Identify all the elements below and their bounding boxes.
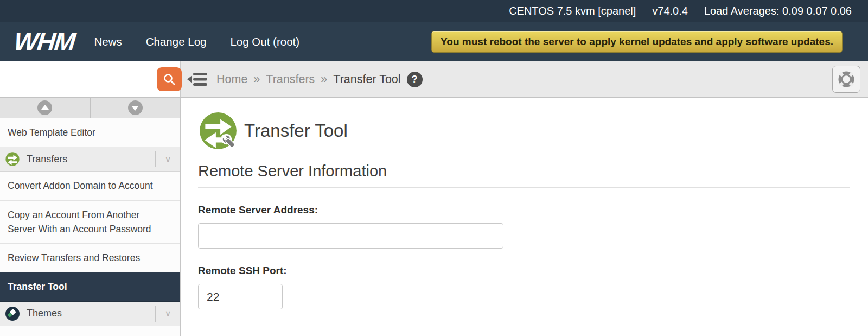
sidebar: Web Template Editor Transfers ∨ Convert … <box>0 98 181 336</box>
support-button[interactable] <box>832 66 860 93</box>
search-button[interactable] <box>157 67 182 91</box>
transfers-icon <box>5 152 20 166</box>
remote-server-address-input[interactable] <box>198 223 503 249</box>
whm-app: CENTOS 7.5 kvm [cpanel] v74.0.4 Load Ave… <box>0 0 868 336</box>
themes-icon <box>5 307 20 321</box>
remote-ssh-port-input[interactable] <box>198 284 283 309</box>
remote-ssh-port-label: Remote SSH Port: <box>198 265 850 277</box>
breadcrumb-separator: » <box>321 73 327 86</box>
breadcrumb: Home » Transfers » Transfer Tool <box>216 73 401 86</box>
sidebar-scroll-up-button[interactable] <box>0 98 91 118</box>
sidebar-item-convert-addon-domain[interactable]: Convert Addon Domain to Account <box>0 172 180 200</box>
search-icon <box>162 72 176 86</box>
main-content: Transfer Tool Remote Server Information … <box>181 98 868 336</box>
nav-links: News Change Log Log Out (root) <box>94 35 299 48</box>
search-input[interactable] <box>0 61 157 97</box>
sidebar-item-review-transfers[interactable]: Review Transfers and Restores <box>0 244 180 272</box>
collapse-sidebar-button[interactable] <box>187 72 208 86</box>
sidebar-item-web-template-editor[interactable]: Web Template Editor <box>0 118 180 147</box>
sidebar-scroll-controls <box>0 98 180 118</box>
sidebar-search <box>0 61 181 97</box>
nav-item-change-log[interactable]: Change Log <box>146 35 207 48</box>
sidebar-item-copy-account-password[interactable]: Copy an Account From Another Server With… <box>0 201 180 244</box>
sidebar-group-label: Transfers <box>27 154 155 165</box>
scroll-down-icon <box>128 100 143 115</box>
sidebar-group-themes[interactable]: Themes ∨ <box>0 302 180 326</box>
transfer-tool-icon <box>198 111 238 151</box>
nav-item-log-out[interactable]: Log Out (root) <box>230 35 299 48</box>
nav-item-news[interactable]: News <box>94 35 122 48</box>
chevron-down-icon[interactable]: ∨ <box>156 308 180 319</box>
sidebar-item-change-whm-theme[interactable]: Change WebHost Manager® Theme <box>0 326 180 336</box>
breadcrumb-separator: » <box>253 73 260 86</box>
remote-server-address-label: Remote Server Address: <box>198 204 850 216</box>
lifering-icon <box>837 69 856 89</box>
section-title: Remote Server Information <box>198 162 850 188</box>
top-nav: WHM News Change Log Log Out (root) You m… <box>0 22 868 61</box>
sidebar-scroll-down-button[interactable] <box>91 98 181 118</box>
whm-logo[interactable]: WHM <box>12 27 76 56</box>
page-title: Transfer Tool <box>244 121 348 141</box>
system-version: v74.0.4 <box>652 5 688 17</box>
sidebar-group-label: Themes <box>27 308 155 319</box>
sidebar-item-transfer-tool[interactable]: Transfer Tool <box>0 272 180 301</box>
reboot-warning-banner[interactable]: You must reboot the server to apply kern… <box>431 31 843 53</box>
system-distro: CENTOS 7.5 kvm [cpanel] <box>509 5 636 17</box>
help-icon[interactable]: ? <box>407 72 423 87</box>
load-averages: Load Averages: 0.09 0.07 0.06 <box>704 5 852 17</box>
chevron-down-icon[interactable]: ∨ <box>156 154 180 164</box>
sidebar-group-transfers[interactable]: Transfers ∨ <box>0 147 180 172</box>
breadcrumb-home[interactable]: Home <box>216 73 247 86</box>
breadcrumb-current: Transfer Tool <box>333 73 400 86</box>
toolbar: Home » Transfers » Transfer Tool ? <box>0 61 868 98</box>
breadcrumb-transfers[interactable]: Transfers <box>266 73 315 86</box>
scroll-up-icon <box>37 100 52 115</box>
collapse-sidebar-icon <box>187 72 208 86</box>
system-status-bar: CENTOS 7.5 kvm [cpanel] v74.0.4 Load Ave… <box>0 0 868 22</box>
